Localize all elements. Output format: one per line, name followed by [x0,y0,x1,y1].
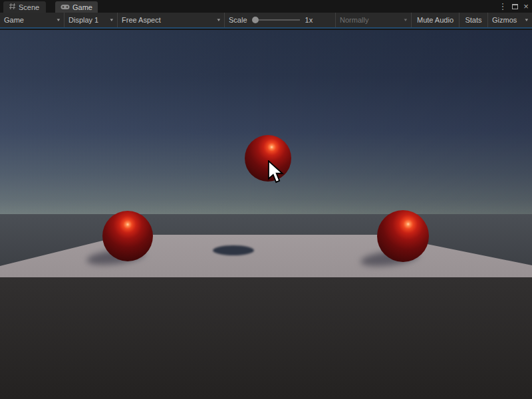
chevron-down-icon: ▼ [51,18,61,22]
maximize-icon [512,4,518,9]
camera-dropdown[interactable]: Game ▼ [0,13,64,27]
skybox [0,30,532,215]
close-icon: × [523,1,529,11]
play-mode-label: Normally [340,16,368,24]
scale-slider-knob[interactable] [252,17,259,23]
close-button[interactable]: × [521,0,531,13]
mouse-cursor-icon [267,160,285,185]
unity-game-window: Scene Game ⋮ × Game ▼ [0,0,532,399]
chevron-down-icon: ▼ [104,18,114,22]
aspect-ratio-label: Free Aspect [122,16,161,24]
stats-label: Stats [465,16,481,24]
gamepad-icon [61,3,70,11]
tab-scene[interactable]: Scene [3,1,46,13]
stats-toggle[interactable]: Stats [459,13,487,27]
mute-audio-toggle[interactable]: Mute Audio [411,13,459,27]
aspect-ratio-dropdown[interactable]: Free Aspect ▼ [117,13,224,27]
foreground-dark-area [0,277,532,399]
gizmos-dropdown[interactable]: Gizmos ▼ [487,13,532,27]
floating-sphere-shadow [213,245,254,255]
chevron-down-icon: ▼ [211,18,221,22]
tab-game[interactable]: Game [55,1,98,13]
red-sphere-right[interactable] [377,210,429,262]
gizmos-label: Gizmos [492,16,517,24]
chevron-down-icon: ▼ [519,18,529,22]
tab-game-label: Game [72,3,92,11]
mute-audio-label: Mute Audio [417,16,454,24]
game-view-toolbar: Game ▼ Display 1 ▼ Free Aspect ▼ Scale 1… [0,13,532,29]
scale-label: Scale [229,16,247,24]
maximize-button[interactable] [509,0,520,13]
panel-menu-button[interactable]: ⋮ [497,0,508,13]
camera-dropdown-label: Game [4,16,24,24]
kebab-icon: ⋮ [499,1,507,11]
play-mode-dropdown[interactable]: Normally ▼ [335,13,411,27]
display-dropdown[interactable]: Display 1 ▼ [64,13,117,27]
red-sphere-left[interactable] [102,211,153,261]
scale-slider[interactable] [252,17,300,23]
scale-value: 1x [305,16,313,24]
display-dropdown-label: Display 1 [68,16,98,24]
game-viewport[interactable] [0,30,532,399]
scale-slider-track[interactable] [259,19,300,21]
chevron-down-icon: ▼ [398,18,408,22]
scale-control: Scale 1x [224,13,324,27]
scene-grid-icon [9,3,16,11]
tab-bar: Scene Game ⋮ × [0,0,532,13]
tab-scene-label: Scene [19,3,39,11]
